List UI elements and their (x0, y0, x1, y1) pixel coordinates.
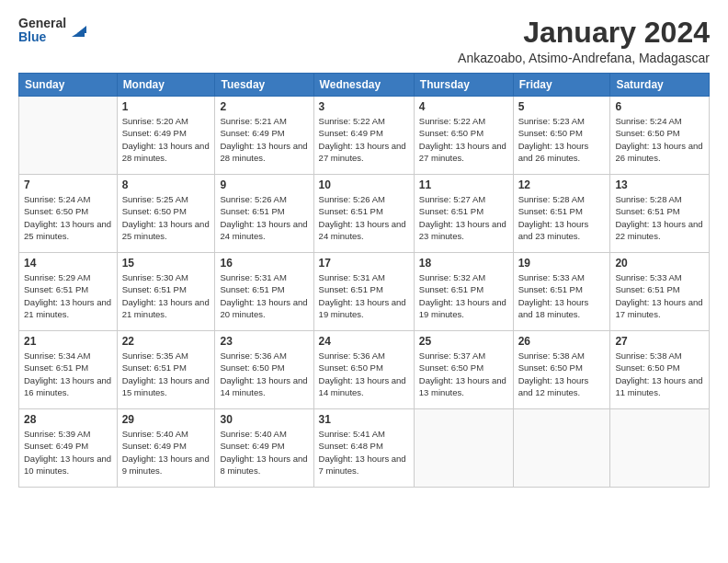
day-info: Sunrise: 5:20 AM Sunset: 6:49 PM Dayligh… (122, 115, 210, 164)
day-info: Sunrise: 5:26 AM Sunset: 6:51 PM Dayligh… (220, 193, 308, 242)
weekday-header-thursday: Thursday (414, 74, 513, 97)
day-info: Sunrise: 5:37 AM Sunset: 6:50 PM Dayligh… (419, 350, 508, 398)
weekday-header-wednesday: Wednesday (313, 74, 414, 97)
logo-arrow-icon (68, 20, 88, 40)
day-number: 19 (518, 257, 606, 270)
calendar-cell: 1Sunrise: 5:20 AM Sunset: 6:49 PM Daylig… (117, 97, 215, 175)
day-info: Sunrise: 5:32 AM Sunset: 6:51 PM Dayligh… (419, 271, 508, 320)
calendar-cell (513, 409, 610, 488)
day-info: Sunrise: 5:21 AM Sunset: 6:49 PM Dayligh… (220, 115, 308, 164)
calendar-cell: 22Sunrise: 5:35 AM Sunset: 6:51 PM Dayli… (117, 331, 215, 409)
weekday-header-friday: Friday (513, 74, 610, 97)
calendar-week-row: 7Sunrise: 5:24 AM Sunset: 6:50 PM Daylig… (19, 175, 710, 253)
day-info: Sunrise: 5:36 AM Sunset: 6:50 PM Dayligh… (319, 350, 409, 398)
day-number: 26 (518, 335, 606, 348)
day-number: 2 (220, 100, 308, 113)
calendar-week-row: 14Sunrise: 5:29 AM Sunset: 6:51 PM Dayli… (19, 253, 710, 331)
day-info: Sunrise: 5:26 AM Sunset: 6:51 PM Dayligh… (319, 193, 409, 242)
day-info: Sunrise: 5:27 AM Sunset: 6:51 PM Dayligh… (419, 193, 508, 242)
logo-blue: Blue (18, 30, 66, 44)
calendar-cell: 25Sunrise: 5:37 AM Sunset: 6:50 PM Dayli… (414, 331, 513, 409)
day-number: 11 (419, 178, 508, 191)
day-info: Sunrise: 5:28 AM Sunset: 6:51 PM Dayligh… (615, 193, 704, 242)
calendar-week-row: 21Sunrise: 5:34 AM Sunset: 6:51 PM Dayli… (19, 331, 710, 409)
calendar-cell: 18Sunrise: 5:32 AM Sunset: 6:51 PM Dayli… (414, 253, 513, 331)
calendar-week-row: 28Sunrise: 5:39 AM Sunset: 6:49 PM Dayli… (19, 409, 710, 488)
calendar-cell: 8Sunrise: 5:25 AM Sunset: 6:50 PM Daylig… (117, 175, 215, 253)
calendar-cell: 9Sunrise: 5:26 AM Sunset: 6:51 PM Daylig… (215, 175, 313, 253)
day-number: 22 (122, 335, 210, 348)
calendar-cell: 6Sunrise: 5:24 AM Sunset: 6:50 PM Daylig… (610, 97, 710, 175)
day-number: 15 (122, 257, 210, 270)
day-info: Sunrise: 5:30 AM Sunset: 6:51 PM Dayligh… (122, 271, 210, 320)
day-info: Sunrise: 5:38 AM Sunset: 6:50 PM Dayligh… (615, 350, 704, 398)
calendar-cell: 15Sunrise: 5:30 AM Sunset: 6:51 PM Dayli… (117, 253, 215, 331)
main-title: January 2024 (458, 17, 710, 49)
day-number: 17 (319, 257, 409, 270)
weekday-header-tuesday: Tuesday (215, 74, 313, 97)
calendar-cell (414, 409, 513, 488)
day-number: 13 (615, 178, 704, 191)
day-number: 21 (24, 335, 112, 348)
day-number: 9 (220, 178, 308, 191)
day-number: 6 (615, 100, 704, 113)
calendar-cell: 31Sunrise: 5:41 AM Sunset: 6:48 PM Dayli… (313, 409, 414, 488)
calendar-cell (610, 409, 710, 488)
day-info: Sunrise: 5:39 AM Sunset: 6:49 PM Dayligh… (24, 428, 112, 477)
day-number: 29 (122, 413, 210, 426)
subtitle: Ankazoabo, Atsimo-Andrefana, Madagascar (458, 51, 710, 65)
calendar-cell: 24Sunrise: 5:36 AM Sunset: 6:50 PM Dayli… (313, 331, 414, 409)
logo: General Blue (18, 17, 88, 45)
day-info: Sunrise: 5:36 AM Sunset: 6:50 PM Dayligh… (220, 350, 308, 398)
weekday-header-sunday: Sunday (19, 74, 118, 97)
day-info: Sunrise: 5:29 AM Sunset: 6:51 PM Dayligh… (24, 271, 112, 320)
calendar-cell: 16Sunrise: 5:31 AM Sunset: 6:51 PM Dayli… (215, 253, 313, 331)
day-number: 31 (319, 413, 409, 426)
day-number: 20 (615, 257, 704, 270)
day-number: 7 (24, 178, 112, 191)
calendar-cell: 10Sunrise: 5:26 AM Sunset: 6:51 PM Dayli… (313, 175, 414, 253)
day-info: Sunrise: 5:38 AM Sunset: 6:50 PM Dayligh… (518, 350, 606, 398)
calendar-cell: 2Sunrise: 5:21 AM Sunset: 6:49 PM Daylig… (215, 97, 313, 175)
day-info: Sunrise: 5:23 AM Sunset: 6:50 PM Dayligh… (518, 115, 606, 164)
day-number: 24 (319, 335, 409, 348)
calendar-cell: 14Sunrise: 5:29 AM Sunset: 6:51 PM Dayli… (19, 253, 118, 331)
day-info: Sunrise: 5:22 AM Sunset: 6:50 PM Dayligh… (419, 115, 508, 164)
weekday-header-monday: Monday (117, 74, 215, 97)
weekday-header-saturday: Saturday (610, 74, 710, 97)
day-info: Sunrise: 5:24 AM Sunset: 6:50 PM Dayligh… (615, 115, 704, 164)
day-number: 5 (518, 100, 606, 113)
calendar-cell: 17Sunrise: 5:31 AM Sunset: 6:51 PM Dayli… (313, 253, 414, 331)
day-info: Sunrise: 5:31 AM Sunset: 6:51 PM Dayligh… (220, 271, 308, 320)
day-number: 25 (419, 335, 508, 348)
day-number: 30 (220, 413, 308, 426)
calendar-cell: 29Sunrise: 5:40 AM Sunset: 6:49 PM Dayli… (117, 409, 215, 488)
calendar-table: SundayMondayTuesdayWednesdayThursdayFrid… (18, 73, 710, 488)
day-number: 10 (319, 178, 409, 191)
calendar-cell: 11Sunrise: 5:27 AM Sunset: 6:51 PM Dayli… (414, 175, 513, 253)
calendar-cell: 4Sunrise: 5:22 AM Sunset: 6:50 PM Daylig… (414, 97, 513, 175)
day-info: Sunrise: 5:33 AM Sunset: 6:51 PM Dayligh… (518, 271, 606, 320)
day-number: 14 (24, 257, 112, 270)
day-number: 3 (319, 100, 409, 113)
calendar-cell: 19Sunrise: 5:33 AM Sunset: 6:51 PM Dayli… (513, 253, 610, 331)
day-number: 23 (220, 335, 308, 348)
calendar-cell: 3Sunrise: 5:22 AM Sunset: 6:49 PM Daylig… (313, 97, 414, 175)
header: General Blue January 2024 Ankazoabo, Ats… (18, 17, 710, 65)
calendar-cell: 5Sunrise: 5:23 AM Sunset: 6:50 PM Daylig… (513, 97, 610, 175)
day-number: 4 (419, 100, 508, 113)
day-info: Sunrise: 5:25 AM Sunset: 6:50 PM Dayligh… (122, 193, 210, 242)
title-block: January 2024 Ankazoabo, Atsimo-Andrefana… (458, 17, 710, 65)
calendar-cell: 20Sunrise: 5:33 AM Sunset: 6:51 PM Dayli… (610, 253, 710, 331)
weekday-header-row: SundayMondayTuesdayWednesdayThursdayFrid… (19, 74, 710, 97)
calendar-cell (19, 97, 118, 175)
day-info: Sunrise: 5:24 AM Sunset: 6:50 PM Dayligh… (24, 193, 112, 242)
calendar-cell: 26Sunrise: 5:38 AM Sunset: 6:50 PM Dayli… (513, 331, 610, 409)
calendar-cell: 21Sunrise: 5:34 AM Sunset: 6:51 PM Dayli… (19, 331, 118, 409)
day-info: Sunrise: 5:41 AM Sunset: 6:48 PM Dayligh… (319, 428, 409, 477)
day-info: Sunrise: 5:35 AM Sunset: 6:51 PM Dayligh… (122, 350, 210, 398)
day-number: 18 (419, 257, 508, 270)
calendar-cell: 13Sunrise: 5:28 AM Sunset: 6:51 PM Dayli… (610, 175, 710, 253)
logo-general: General (18, 17, 66, 30)
day-info: Sunrise: 5:40 AM Sunset: 6:49 PM Dayligh… (220, 428, 308, 477)
